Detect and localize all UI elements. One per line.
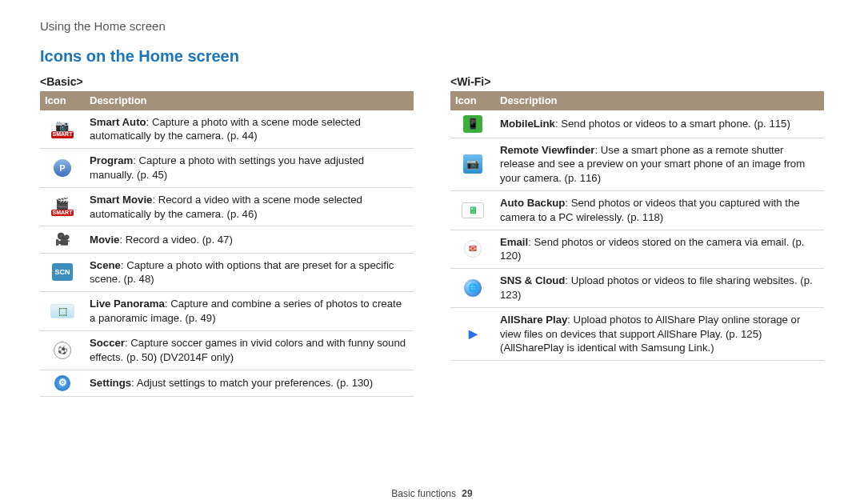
two-column-layout: <Basic> Icon Description 📷SMART Smart Au…: [40, 72, 824, 397]
row-description: MobileLink: Send photos or videos to a s…: [495, 110, 824, 138]
panorama-icon: ⬚: [50, 304, 74, 318]
table-row: ⬚ Live Panorama: Capture and combine a s…: [40, 292, 414, 331]
basic-icon-table: Icon Description 📷SMART Smart Auto: Capt…: [40, 91, 414, 397]
row-description: SNS & Cloud: Upload photos or videos to …: [495, 269, 824, 308]
email-icon: ✉: [464, 240, 482, 258]
soccer-icon: ⚽: [54, 342, 71, 359]
basic-column: <Basic> Icon Description 📷SMART Smart Au…: [40, 72, 414, 397]
wifi-column: <Wi-Fi> Icon Description 📱 MobileLink: S…: [450, 72, 824, 397]
table-row: 🎥 Movie: Record a video. (p. 47): [40, 226, 414, 253]
row-description: Live Panorama: Capture and combine a ser…: [85, 292, 414, 331]
table-header-description: Description: [85, 91, 414, 110]
page-number: 29: [462, 488, 472, 499]
footer-section: Basic functions: [391, 488, 456, 499]
row-description: Remote Viewfinder: Use a smart phone as …: [495, 138, 824, 190]
mobilelink-icon: 📱: [463, 115, 482, 133]
auto-backup-icon: 🖥: [462, 202, 484, 218]
smart-movie-icon: 🎬SMART: [51, 196, 74, 216]
table-row: ▶ AllShare Play: Upload photos to AllSha…: [450, 307, 824, 360]
page-footer: Basic functions 29: [40, 488, 824, 499]
table-row: ✉ Email: Send photos or videos stored on…: [450, 230, 824, 269]
sns-cloud-icon: 🌐: [464, 279, 482, 297]
scene-icon: SCN: [52, 263, 73, 281]
row-description: AllShare Play: Upload photos to AllShare…: [495, 307, 824, 360]
program-icon: P: [54, 159, 71, 177]
table-row: 🎬SMART Smart Movie: Record a video with …: [40, 187, 414, 226]
wifi-icon-table: Icon Description 📱 MobileLink: Send phot…: [450, 91, 824, 361]
row-description: Auto Backup: Send photos or videos that …: [495, 190, 824, 230]
row-description: Scene: Capture a photo with options that…: [85, 253, 414, 292]
table-row: 📷SMART Smart Auto: Capture a photo with …: [40, 110, 414, 149]
row-description: Program: Capture a photo with settings y…: [85, 149, 414, 188]
allshare-play-icon: ▶: [464, 326, 482, 343]
table-header-description: Description: [495, 91, 824, 110]
manual-page: Using the Home screen Icons on the Home …: [0, 0, 864, 504]
table-row: 📷 Remote Viewfinder: Use a smart phone a…: [450, 138, 824, 190]
smart-auto-icon: 📷SMART: [51, 118, 74, 138]
table-header-icon: Icon: [40, 91, 85, 110]
table-row: 🖥 Auto Backup: Send photos or videos tha…: [450, 190, 824, 230]
row-description: Smart Movie: Record a video with a scene…: [85, 187, 414, 226]
row-description: Movie: Record a video. (p. 47): [85, 226, 414, 253]
row-description: Settings: Adjust settings to match your …: [85, 370, 414, 396]
wifi-subhead: <Wi-Fi>: [450, 75, 824, 88]
basic-subhead: <Basic>: [40, 75, 414, 88]
table-row: ⚙ Settings: Adjust settings to match you…: [40, 370, 414, 396]
table-row: P Program: Capture a photo with settings…: [40, 149, 414, 188]
row-description: Soccer: Capture soccer games in vivid co…: [85, 330, 414, 370]
table-row: ⚽ Soccer: Capture soccer games in vivid …: [40, 330, 414, 370]
table-row: 🌐 SNS & Cloud: Upload photos or videos t…: [450, 269, 824, 308]
remote-viewfinder-icon: 📷: [463, 154, 482, 174]
breadcrumb: Using the Home screen: [40, 19, 824, 33]
table-row: SCN Scene: Capture a photo with options …: [40, 253, 414, 292]
row-description: Smart Auto: Capture a photo with a scene…: [85, 110, 414, 149]
movie-icon: 🎥: [55, 232, 70, 246]
row-description: Email: Send photos or videos stored on t…: [495, 230, 824, 269]
table-header-icon: Icon: [450, 91, 495, 110]
table-row: 📱 MobileLink: Send photos or videos to a…: [450, 110, 824, 138]
settings-icon: ⚙: [54, 375, 70, 391]
section-title: Icons on the Home screen: [40, 47, 824, 66]
